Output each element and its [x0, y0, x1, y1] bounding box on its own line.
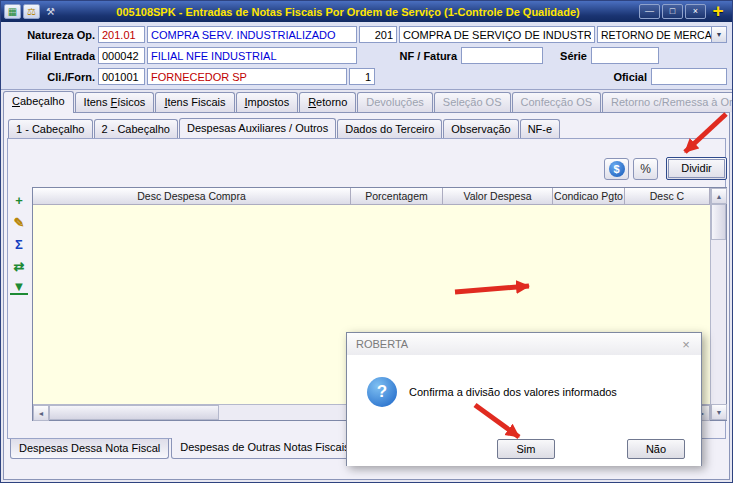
table-app-icon[interactable]: ▦ [4, 4, 21, 19]
scroll-down-button[interactable]: ▼ [711, 404, 727, 420]
titlebar: ▦ ⚖ ⚒ 005108SPK - Entradas de Notas Fisc… [1, 1, 732, 22]
sub-tab-bar: 1 - Cabeçalho 2 - Cabeçalho Despesas Aux… [8, 117, 561, 138]
maximize-button[interactable]: □ [662, 4, 683, 19]
oficial-label: Oficial [599, 71, 647, 83]
natureza-op-label: Natureza Op. [3, 29, 95, 41]
serie-label: Série [545, 50, 587, 62]
cli-code-field[interactable] [98, 68, 145, 85]
tab-selecao-os: Seleção OS [434, 92, 511, 112]
question-icon: ? [367, 377, 397, 407]
wrench-icon[interactable]: ⚒ [42, 4, 59, 19]
cfop-desc-field[interactable] [399, 26, 595, 43]
tab-impostos[interactable]: Impostos [236, 92, 299, 112]
natureza-code-field[interactable] [98, 26, 145, 43]
scroll-left-button[interactable]: ◄ [33, 405, 49, 421]
currency-button[interactable]: $ [604, 158, 629, 180]
tab-itens-fisicos[interactable]: Itens Físicos [75, 92, 155, 112]
col-porcentagem[interactable]: Porcentagem [351, 188, 443, 205]
edit-row-icon[interactable]: ✎ [10, 213, 28, 231]
confirm-dialog: ROBERTA × ? Confirma a divisão dos valor… [346, 332, 702, 466]
grid-header: Desc Despesa Compra Porcentagem Valor De… [33, 188, 710, 205]
bottomtab-despesas-outras-notas[interactable]: Despesas de Outras Notas Fiscais [171, 438, 358, 459]
cli-seq-field[interactable] [349, 68, 375, 85]
transfer-rows-icon[interactable]: ⇄ [10, 257, 28, 275]
nao-button[interactable]: Não [627, 439, 685, 459]
tab-cabecalho[interactable]: Cabeçalho [3, 91, 74, 113]
subtab-2-cabecalho[interactable]: 2 - Cabeçalho [94, 119, 179, 138]
percent-button[interactable]: % [633, 158, 658, 180]
subtab-1-cabecalho[interactable]: 1 - Cabeçalho [8, 119, 93, 138]
dialog-message: Confirma a divisão dos valores informado… [409, 386, 617, 398]
go-last-row-icon[interactable]: ▼ [10, 279, 28, 295]
oficial-field[interactable] [651, 68, 727, 85]
minimize-button[interactable]: — [639, 4, 660, 19]
dividir-button[interactable]: Dividir [666, 157, 727, 180]
subtab-nfe[interactable]: NF-e [520, 119, 560, 138]
col-desc-condicao[interactable]: Desc C [625, 188, 710, 205]
col-desc-despesa[interactable]: Desc Despesa Compra [33, 188, 351, 205]
natureza-desc-field[interactable] [147, 26, 357, 43]
filial-entrada-label: Filial Entrada [3, 50, 95, 62]
nf-fatura-field[interactable] [461, 47, 543, 64]
scroll-up-button[interactable]: ▲ [711, 188, 727, 204]
serie-field[interactable] [591, 47, 659, 64]
vertical-scrollbar[interactable]: ▲ ▼ [710, 188, 726, 420]
tipo-retorno-combo[interactable]: RETORNO DE MERCAD ▼ [597, 26, 727, 43]
cli-desc-field[interactable] [147, 68, 347, 85]
tab-devolucoes: Devoluções [357, 92, 432, 112]
vertical-scroll-thumb[interactable] [711, 204, 726, 240]
close-button[interactable]: × [685, 4, 706, 19]
document-header-form: Natureza Op. RETORNO DE MERCAD ▼ Filial … [1, 22, 732, 90]
subtab-dados-terceiro[interactable]: Dados do Terceiro [337, 119, 442, 138]
percent-icon: % [640, 162, 651, 176]
window-title: 005108SPK - Entradas de Notas Fiscais Po… [59, 6, 637, 18]
add-window-icon[interactable]: + [706, 2, 730, 22]
dialog-title: ROBERTA [356, 338, 408, 350]
tab-retorno[interactable]: Retorno [299, 92, 356, 112]
filial-desc-field[interactable] [147, 47, 357, 64]
sim-button[interactable]: Sim [497, 439, 555, 459]
cli-forn-label: Cli./Forn. [3, 71, 95, 83]
col-condicao-pgto[interactable]: Condicao Pgto [553, 188, 625, 205]
window-controls: — □ × + [637, 2, 732, 22]
sum-icon[interactable]: Σ [10, 235, 28, 253]
dialog-body: ? Confirma a divisão dos valores informa… [347, 355, 701, 466]
tab-retorno-remessa: Retorno c/Remessa à Ordem [602, 92, 733, 112]
dialog-titlebar: ROBERTA × [347, 333, 701, 355]
scales-icon[interactable]: ⚖ [23, 4, 40, 19]
bottom-tab-bar: Despesas Dessa Nota Fiscal Despesas de O… [10, 439, 398, 459]
titlebar-icons: ▦ ⚖ ⚒ [1, 4, 59, 19]
cfop-code-field[interactable] [359, 26, 397, 43]
filial-code-field[interactable] [98, 47, 145, 64]
subtab-despesas-auxiliares[interactable]: Despesas Auxiliares / Outros [179, 118, 336, 139]
tab-confeccao-os: Confecção OS [512, 92, 602, 112]
tab-itens-fiscais[interactable]: Itens Fiscais [155, 92, 234, 112]
col-valor-despesa[interactable]: Valor Despesa [443, 188, 553, 205]
main-tab-bar: Cabeçalho Itens Físicos Itens Fiscais Im… [3, 91, 730, 113]
dollar-icon: $ [609, 161, 625, 177]
chevron-down-icon[interactable]: ▼ [711, 27, 726, 42]
nf-fatura-label: NF / Fatura [379, 50, 457, 62]
combo-selected-value: RETORNO DE MERCAD [598, 29, 711, 41]
add-row-icon[interactable]: + [10, 191, 28, 209]
dialog-close-icon[interactable]: × [671, 333, 701, 355]
app-window: ▦ ⚖ ⚒ 005108SPK - Entradas de Notas Fisc… [0, 0, 733, 483]
vscroll-track[interactable] [711, 240, 726, 404]
subtab-observacao[interactable]: Observação [443, 119, 518, 138]
bottomtab-despesas-dessa-nota[interactable]: Despesas Dessa Nota Fiscal [10, 439, 169, 459]
horizontal-scroll-thumb[interactable] [49, 405, 219, 420]
